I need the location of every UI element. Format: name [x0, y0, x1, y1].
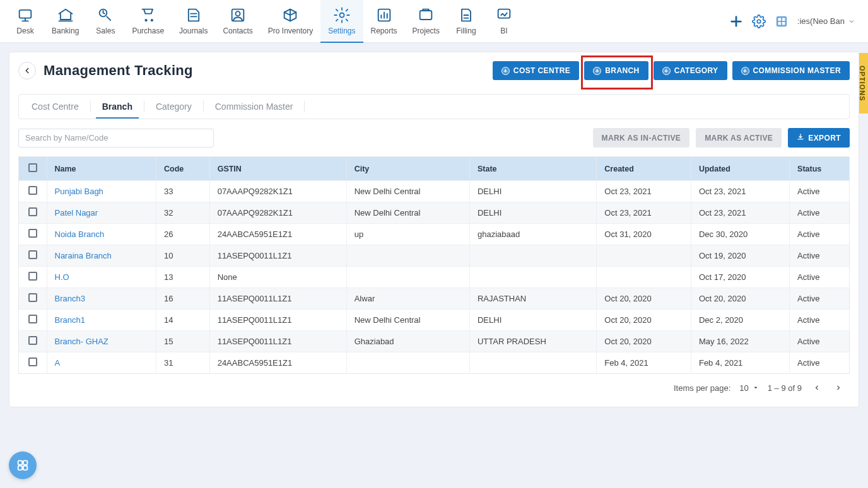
tab-separator	[203, 101, 204, 112]
column-header-gstin[interactable]: GSTIN	[209, 157, 346, 181]
cell-status: Active	[790, 288, 849, 310]
svg-point-3	[236, 11, 240, 16]
apps-fab-button[interactable]	[9, 451, 37, 479]
cell-name[interactable]: Noida Branch	[47, 224, 156, 245]
row-checkbox[interactable]	[28, 186, 37, 195]
column-header-updated[interactable]: Updated	[691, 157, 789, 181]
branch-name-link[interactable]: Punjabi Bagh	[55, 187, 103, 196]
mark-active-button[interactable]: MARK AS ACTIVE	[696, 128, 782, 148]
cell-gstin: 24AABCA5951E1Z1	[209, 224, 346, 245]
cell-gstin: 24AABCA5951E1Z1	[209, 352, 346, 374]
row-checkbox[interactable]	[28, 357, 37, 366]
cell-name[interactable]: Branch1	[47, 310, 156, 331]
back-button[interactable]	[18, 62, 36, 79]
nav-item-contacts[interactable]: Contacts	[215, 0, 260, 43]
cell-gstin: None	[209, 267, 346, 288]
cell-name[interactable]: Naraina Branch	[47, 245, 156, 267]
cell-status: Active	[790, 267, 849, 288]
row-checkbox[interactable]	[28, 293, 37, 302]
tab-branch[interactable]: Branch	[96, 95, 139, 118]
settings-gear-icon[interactable]	[752, 15, 766, 28]
add-commission-master-button[interactable]: + COMMISSION MASTER	[732, 61, 850, 80]
cell-code: 33	[156, 181, 210, 202]
search-input[interactable]	[18, 129, 214, 148]
add-category-button[interactable]: + CATEGORY	[654, 61, 727, 80]
nav-item-journals[interactable]: Journals	[172, 0, 215, 43]
nav-item-sales[interactable]: Sales	[86, 0, 124, 43]
bi-icon	[495, 6, 513, 24]
column-header-city[interactable]: City	[346, 157, 469, 181]
settings-icon	[333, 6, 351, 24]
tab-commission-master[interactable]: Commission Master	[209, 95, 300, 118]
branch-name-link[interactable]: H.O	[55, 272, 69, 282]
table-row: Punjabi Bagh3307AAAPQ9282K1Z1New Delhi C…	[19, 181, 849, 202]
svg-rect-15	[23, 461, 27, 465]
select-all-checkbox[interactable]	[28, 163, 37, 172]
row-checkbox[interactable]	[28, 229, 37, 238]
tab-category[interactable]: Category	[150, 95, 198, 118]
branch-name-link[interactable]: Naraina Branch	[55, 251, 112, 260]
export-button[interactable]: EXPORT	[788, 128, 850, 148]
branch-name-link[interactable]: Branch3	[55, 294, 85, 303]
branch-name-link[interactable]: A	[55, 358, 61, 368]
contacts-icon	[229, 6, 247, 24]
org-selector[interactable]: :ies(Neo Ban	[797, 16, 855, 26]
calculator-icon[interactable]	[775, 15, 789, 28]
cell-name[interactable]: A	[47, 352, 156, 374]
items-per-page-select[interactable]: 10	[739, 383, 758, 393]
branch-name-link[interactable]: Patel Nagar	[55, 208, 98, 218]
plus-circle-icon: +	[501, 67, 510, 75]
cell-created: Oct 20, 2020	[597, 310, 691, 331]
nav-item-purchase[interactable]: Purchase	[124, 0, 172, 43]
tab-cost-centre[interactable]: Cost Centre	[25, 95, 85, 118]
svg-point-4	[339, 13, 344, 17]
cell-name[interactable]: Patel Nagar	[47, 202, 156, 224]
row-checkbox[interactable]	[28, 250, 37, 259]
column-header-code[interactable]: Code	[156, 157, 210, 181]
prev-page-button[interactable]	[811, 381, 823, 394]
svg-rect-10	[778, 18, 781, 21]
nav-item-projects[interactable]: Projects	[405, 0, 447, 43]
nav-item-bi[interactable]: BI	[485, 0, 523, 43]
add-cost-centre-button[interactable]: + COST CENTRE	[493, 61, 579, 80]
cell-city: Ghaziabad	[346, 331, 469, 352]
branch-name-link[interactable]: Noida Branch	[55, 229, 105, 239]
cell-name[interactable]: Branch- GHAZ	[47, 331, 156, 352]
cell-code: 14	[156, 310, 210, 331]
row-checkbox[interactable]	[28, 315, 37, 323]
column-header-state[interactable]: State	[469, 157, 596, 181]
cell-name[interactable]: H.O	[47, 267, 156, 288]
row-checkbox[interactable]	[28, 207, 37, 216]
nav-item-banking[interactable]: Banking	[44, 0, 86, 43]
mark-inactive-button[interactable]: MARK AS IN-ACTIVE	[593, 128, 690, 148]
cell-updated: Dec 30, 2020	[691, 224, 789, 245]
org-label: :ies(Neo Ban	[797, 16, 845, 26]
column-header-status[interactable]: Status	[790, 157, 849, 181]
branch-name-link[interactable]: Branch1	[55, 315, 85, 325]
add-icon[interactable]	[729, 15, 743, 28]
next-page-button[interactable]	[832, 381, 845, 394]
cell-state	[469, 352, 596, 374]
nav-item-settings[interactable]: Settings	[320, 0, 363, 43]
nav-item-desk[interactable]: Desk	[6, 0, 44, 43]
cell-status: Active	[790, 245, 849, 267]
cell-city: New Delhi Central	[346, 202, 469, 224]
add-branch-button[interactable]: + BRANCH	[584, 61, 648, 80]
nav-label: BI	[500, 26, 507, 35]
cell-city: Alwar	[346, 288, 469, 310]
cell-gstin: 07AAAPQ9282K1Z1	[209, 181, 346, 202]
row-checkbox[interactable]	[28, 336, 37, 345]
dropdown-arrow-icon	[753, 385, 759, 391]
branch-name-link[interactable]: Branch- GHAZ	[55, 337, 108, 346]
nav-item-filling[interactable]: Filling	[447, 0, 485, 43]
nav-item-reports[interactable]: Reports	[363, 0, 405, 43]
cell-name[interactable]: Punjabi Bagh	[47, 181, 156, 202]
cell-name[interactable]: Branch3	[47, 288, 156, 310]
nav-item-pro-inventory[interactable]: Pro Inventory	[261, 0, 320, 43]
cell-state: UTTAR PRADESH	[469, 331, 596, 352]
column-header-created[interactable]: Created	[597, 157, 691, 181]
row-checkbox[interactable]	[28, 272, 37, 281]
column-header-name[interactable]: Name	[47, 157, 156, 181]
toolbar-right: MARK AS IN-ACTIVE MARK AS ACTIVE EXPORT	[593, 128, 850, 148]
cell-updated: Feb 4, 2021	[691, 352, 789, 374]
